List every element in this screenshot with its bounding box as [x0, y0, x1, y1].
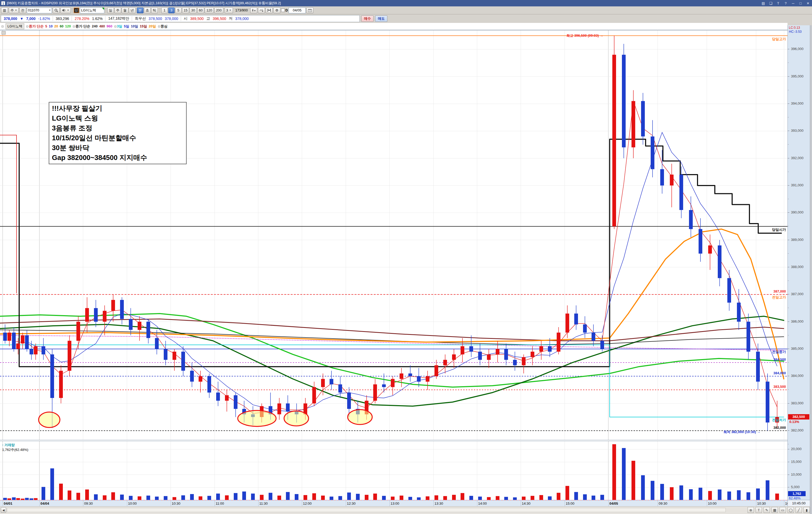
rect-tool-icon[interactable]: ▭ — [780, 507, 786, 513]
axis-minor-tick — [788, 117, 789, 117]
price-change-pct: -1.82% — [38, 17, 50, 21]
price-tick-label: 388,000 — [791, 265, 804, 269]
title-bar: 1 [0600] 키움종합차트 - KOSPI200 외국인보유[6,194(천… — [0, 0, 812, 6]
gear-icon[interactable]: ⚙ — [273, 7, 280, 13]
time-axis-separator — [214, 501, 215, 507]
time-tick-label: 04/04 — [40, 502, 49, 506]
axis-minor-tick — [788, 362, 789, 363]
horizontal-scrollbar[interactable] — [7, 508, 726, 512]
calendar-icon[interactable] — [307, 7, 313, 13]
price-tick-label: 389,000 — [791, 238, 804, 242]
candle-add-icon[interactable] — [250, 7, 257, 13]
time-axis[interactable]: 04/0104/0409:3010:0010:3011:0011:3012:00… — [0, 500, 787, 506]
axis-tick — [788, 49, 789, 49]
price-tick-label: 386,000 — [791, 320, 804, 324]
sell-button[interactable]: 매도 — [375, 16, 387, 22]
interval-button-5[interactable]: 5 — [175, 7, 181, 13]
save-icon[interactable] — [266, 7, 272, 13]
interval-button-3[interactable]: 3 — [168, 7, 175, 13]
stock-name-field[interactable]: LG이노텍 — [80, 7, 104, 13]
price-change: 7,000 — [26, 17, 35, 21]
jeon-button[interactable]: 전 — [20, 7, 26, 13]
buy-button[interactable]: 매수 — [361, 16, 374, 22]
time-axis-separator — [39, 501, 40, 507]
legend-item-960: 960 — [107, 24, 112, 28]
chevron-down-icon: ▼ — [15, 9, 17, 11]
d-checkbox[interactable] — [281, 8, 285, 12]
trendline-tool-icon[interactable]: ╱ — [795, 507, 802, 513]
search-icon[interactable] — [53, 7, 60, 13]
price-axis[interactable]: LC:0.13 HC:-3.53 382,500 0.13% 1,762 62.… — [787, 25, 810, 500]
text-tool-icon[interactable]: T — [776, 1, 781, 5]
legend-item-5: 5 — [45, 24, 47, 28]
period-selector[interactable]: 주▼ — [9, 7, 19, 13]
axis-tick — [788, 103, 789, 104]
draw-pen-icon[interactable]: ✎ — [763, 507, 770, 513]
range-button-일[interactable]: 일 — [107, 7, 114, 13]
axis-minor-tick — [788, 335, 789, 335]
minimize-icon[interactable]: ─ — [791, 1, 795, 5]
time-tick-label: 10:00 — [708, 502, 717, 506]
legend-groups: 종가 단순5102060120종가 단순2404809603일5일10일15일2… — [26, 24, 169, 29]
legend-item-120: 120 — [65, 24, 71, 28]
chart-style-icon[interactable]: ▤ — [761, 1, 766, 5]
chart-area[interactable]: !!!사무장 필살기LG이노텍 스윙3음봉류 조정10/15/20일선 마틴분할… — [0, 30, 787, 506]
axis-minor-tick — [788, 199, 789, 199]
price-tick-label: 387,000 — [791, 292, 804, 296]
stock-code-combo[interactable]: ▼ — [27, 7, 52, 13]
popout-icon[interactable]: ❏ — [768, 1, 773, 5]
axis-tick — [788, 449, 789, 449]
scroll-left-button[interactable]: ◀ — [1, 507, 6, 513]
time-axis-separator — [658, 501, 658, 507]
interval-button-15[interactable]: 15 — [182, 7, 189, 13]
time-tick-label: 09:30 — [84, 502, 93, 506]
time-axis-separator — [756, 501, 756, 507]
range-button-주[interactable]: 주 — [114, 7, 121, 13]
interval-button-120[interactable]: 120 — [205, 7, 214, 13]
help-icon[interactable]: ? — [783, 1, 788, 5]
time-tick-label: 04/05 — [609, 502, 618, 506]
traded-volume: 383,296 — [56, 17, 69, 21]
stock-flag-icon — [102, 8, 104, 10]
grid-chart-icon[interactable]: ▦ — [772, 507, 778, 513]
range-button-년[interactable]: 년 — [129, 7, 136, 13]
time-tick-label: 12:00 — [303, 502, 312, 506]
stock-code-input[interactable] — [28, 8, 48, 13]
interval-button-30[interactable]: 30 — [190, 7, 197, 13]
date-field[interactable]: 04/05 — [289, 7, 306, 13]
axis-minor-tick — [788, 144, 789, 145]
mode-button-초[interactable]: 초 — [144, 7, 151, 13]
candle-tool-icon[interactable]: ▮ — [804, 507, 810, 513]
text-annotation-icon[interactable]: T — [756, 507, 762, 513]
zoom-tool-icon[interactable]: ⊕ — [748, 507, 754, 513]
interval-combo[interactable]: 3▼ — [225, 7, 233, 13]
mode-button-분[interactable]: 분 — [137, 7, 144, 13]
circle-tool-icon[interactable]: ◯ — [787, 507, 794, 513]
line-add-icon[interactable] — [258, 7, 265, 13]
volume-tick-label: 20,000 — [791, 447, 802, 451]
range-button-월[interactable]: 월 — [122, 7, 128, 13]
mode-button-틱[interactable]: 틱 — [151, 7, 158, 13]
legend-bullet-icon — [2, 26, 3, 27]
time-axis-separator — [521, 501, 521, 507]
indicator-legend: LG이노텍 종가 단순5102060120종가 단순2404809603일5일1… — [0, 23, 787, 30]
close-icon[interactable]: ✕ — [806, 1, 810, 5]
legend-bullet-icon — [114, 26, 116, 27]
legend-item-20일: 20일 — [149, 24, 156, 28]
axis-tick — [788, 462, 789, 462]
speaker-icon[interactable]: ▼ — [60, 7, 71, 13]
bottom-scroll-strip: ◀ ⊕T✎▦▭◯╱▮ — [0, 506, 812, 514]
time-axis-separator — [608, 501, 609, 507]
window-title: [0600] 키움종합차트 - KOSPI200 외국인보유[6,194(천)]… — [7, 1, 281, 6]
interval-button-1[interactable]: 1 — [161, 7, 168, 13]
interval-button-200[interactable]: 200 — [214, 7, 223, 13]
maximize-icon[interactable]: □ — [798, 1, 803, 5]
low-label: 저 — [229, 16, 233, 21]
panel-layout-icon[interactable]: ▥ — [1, 7, 8, 13]
axis-tick — [788, 475, 789, 475]
interval-button-60[interactable]: 60 — [197, 7, 204, 13]
legend-item-3일: 3일 — [117, 24, 122, 28]
legend-stock-chip[interactable]: LG이노텍 — [6, 23, 24, 29]
axis-minor-tick — [788, 226, 789, 226]
window-controls: ▤❏T?─□✕ — [761, 0, 810, 6]
